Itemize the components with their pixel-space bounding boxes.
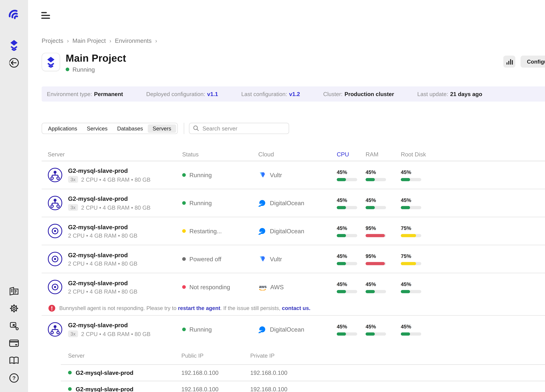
status-dot <box>182 201 186 205</box>
status-dot <box>182 173 186 177</box>
tab-services[interactable]: Services <box>82 124 112 133</box>
info-last-configuration: Last configuration:v1.2 <box>241 91 300 97</box>
project-icon <box>42 53 60 71</box>
breadcrumb-main-project[interactable]: Main Project <box>72 37 106 44</box>
ram-meter: 45% <box>365 197 401 209</box>
disk-percent: 45% <box>401 324 449 330</box>
ram-percent: 45% <box>365 324 401 330</box>
sidebar-organization-icon[interactable] <box>9 287 19 296</box>
sidebar-referral-icon[interactable] <box>9 321 19 330</box>
sidebar-collapse-icon[interactable] <box>9 58 19 68</box>
search-icon <box>193 125 199 131</box>
environment-info-bar: Environment type:Permanent Deployed conf… <box>42 86 545 102</box>
root-disk-meter: 45% <box>401 281 449 293</box>
status-dot <box>182 229 186 233</box>
breadcrumb-separator: › <box>67 37 69 44</box>
cpu-meter: 45% <box>337 197 365 209</box>
single-server-icon <box>48 280 62 295</box>
tab-databases[interactable]: Databases <box>112 124 148 133</box>
private-ip: 192.168.0.100 <box>250 386 319 392</box>
subtable-row: G2-mysql-slave-prod 192.168.0.100 192.16… <box>42 381 545 392</box>
status-dot <box>68 371 72 374</box>
sidebar-item-environments-icon[interactable] <box>9 40 19 51</box>
root-disk-meter: 75% <box>401 225 449 237</box>
server-specs: 2 CPU • 4 GB RAM • 80 GB <box>68 232 137 239</box>
cpu-meter: 45% <box>337 169 365 181</box>
status-dot <box>68 387 72 391</box>
server-name: G2-mysql-slave-prod <box>68 223 137 230</box>
multiplier-badge: 3x <box>68 331 78 337</box>
server-name: G2-mysql-slave-prod <box>76 386 133 392</box>
info-environment-type: Environment type:Permanent <box>47 91 123 97</box>
disk-percent: 75% <box>401 253 449 259</box>
sidebar-settings-icon[interactable] <box>9 304 19 313</box>
ram-percent: 95% <box>365 225 401 231</box>
top-header <box>28 0 545 30</box>
table-row: G2-mysql-slave-prod 2 CPU • 4 GB RAM • 8… <box>42 273 545 301</box>
subcol-header-server: Server <box>68 352 181 359</box>
status-label: Running <box>73 66 95 73</box>
server-name: G2-mysql-slave-prod <box>68 195 150 202</box>
sidebar-help-icon[interactable]: ? <box>9 373 19 383</box>
menu-toggle-icon[interactable] <box>41 12 50 19</box>
tab-applications[interactable]: Applications <box>43 124 82 133</box>
sidebar-billing-icon[interactable] <box>9 339 19 347</box>
app-window: ? Projects› Main Project› <box>0 0 545 392</box>
col-header-cpu[interactable]: CPU <box>337 151 365 157</box>
status-dot <box>66 68 69 71</box>
last-configuration-link[interactable]: v1.2 <box>289 91 300 97</box>
info-cluster: Cluster:Production cluster <box>323 91 394 97</box>
col-header-root-disk[interactable]: Root Disk <box>401 151 449 157</box>
vultr-logo <box>258 171 266 179</box>
configuration-button[interactable]: Configuration <box>520 56 545 68</box>
table-header: Server Status Cloud CPU RAM Root Disk <box>42 148 545 161</box>
server-name: G2-mysql-slave-prod <box>68 167 150 174</box>
page-header: Main Project Running Configuration <box>42 53 545 73</box>
sidebar: ? <box>0 0 28 392</box>
cpu-percent: 45% <box>337 169 365 175</box>
col-header-server: Server <box>48 151 182 157</box>
cpu-meter: 45% <box>337 281 365 293</box>
cpu-meter: 45% <box>337 253 365 265</box>
digitalocean-logo <box>258 199 266 207</box>
breadcrumb-environments[interactable]: Environments <box>115 37 152 44</box>
digitalocean-logo <box>258 326 266 333</box>
aws-logo <box>258 284 267 290</box>
table-row: G2-mysql-slave-prod 2 CPU • 4 GB RAM • 8… <box>42 217 545 245</box>
status-label: Powered off <box>189 256 221 262</box>
server-name: G2-mysql-slave-prod <box>68 279 137 286</box>
col-header-ram[interactable]: RAM <box>365 151 401 157</box>
sidebar-docs-icon[interactable] <box>9 356 19 364</box>
status-dot <box>182 285 186 289</box>
cloud-name: Vultr <box>270 256 282 262</box>
multiplier-badge: 3x <box>68 176 78 183</box>
ram-meter: 45% <box>365 324 401 336</box>
deployed-configuration-link[interactable]: v1.1 <box>207 91 218 97</box>
subcol-header-public-ip: Public IP <box>181 352 250 359</box>
breadcrumb-projects[interactable]: Projects <box>42 37 63 44</box>
page-title: Main Project <box>66 53 126 63</box>
divider <box>184 123 184 134</box>
cpu-percent: 45% <box>337 197 365 203</box>
ram-meter: 95% <box>365 225 401 237</box>
single-server-icon <box>48 252 62 266</box>
contact-us-link[interactable]: contact us. <box>282 305 310 311</box>
cloud-name: DigitalOcean <box>270 200 304 206</box>
table-row: G2-mysql-slave-prod 3x2 CPU • 4 GB RAM •… <box>42 189 545 217</box>
info-last-update: Last update:21 days ago <box>417 91 482 97</box>
root-disk-meter: 45% <box>401 169 449 181</box>
metrics-button[interactable] <box>503 56 515 68</box>
svg-text:?: ? <box>12 375 16 381</box>
bunnyshell-logo-icon[interactable] <box>7 8 21 22</box>
tab-servers[interactable]: Servers <box>148 124 176 133</box>
private-ip: 192.168.0.100 <box>250 369 319 376</box>
restart-agent-link[interactable]: restart the agent <box>178 305 220 311</box>
cluster-server-icon <box>48 168 62 182</box>
single-server-icon <box>48 224 62 238</box>
status-label: Running <box>189 326 212 333</box>
disk-percent: 75% <box>401 225 449 231</box>
cpu-percent: 45% <box>337 281 365 287</box>
ram-meter: 45% <box>365 281 401 293</box>
col-header-status: Status <box>182 151 258 157</box>
search-input[interactable] <box>189 123 289 134</box>
